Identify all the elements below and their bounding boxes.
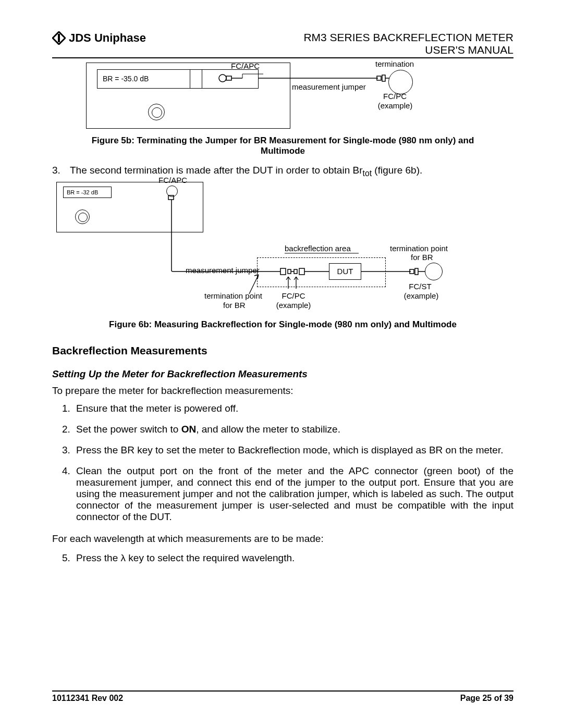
- step-3b: Press the BR key to set the meter to Bac…: [73, 445, 513, 456]
- label-example-l: (example): [270, 301, 317, 310]
- section-intro: To prepare the meter for backreflection …: [52, 384, 513, 398]
- svg-rect-5: [168, 195, 174, 200]
- termination-loop: [388, 70, 413, 94]
- step-4: Clean the output port on the front of th…: [73, 465, 513, 523]
- label-forbr-l: for BR: [223, 301, 246, 310]
- dut-box: DUT: [329, 263, 361, 280]
- label-mjumper: measurement jumper: [292, 82, 366, 91]
- doc-title-line2: USER'S MANUAL: [303, 44, 513, 56]
- svg-rect-0: [58, 34, 60, 42]
- label-fcapc: FC/APC: [231, 61, 260, 70]
- doc-title: RM3 SERIES BACKREFLECTION METER USER'S M…: [303, 31, 513, 56]
- footer-page: Page 25 of 39: [460, 694, 513, 703]
- label-mjumper: measurement jumper: [186, 266, 260, 275]
- label-forbr-r: for BR: [411, 253, 433, 262]
- label-fcst: FC/ST: [405, 282, 436, 291]
- termination-loop: [425, 263, 443, 280]
- logo-icon: [52, 31, 66, 45]
- label-fcpc: FC/PC: [275, 291, 312, 300]
- label-fcapc: FC/APC: [158, 176, 187, 184]
- steps-list-2: Press the λ key to select the required w…: [52, 552, 513, 564]
- step-1: Ensure that the meter is powered off.: [73, 403, 513, 414]
- svg-rect-2: [226, 76, 231, 80]
- footer-docid: 10112341 Rev 002: [52, 694, 123, 703]
- fig5-wires: [86, 63, 482, 130]
- page: JDS Uniphase RM3 SERIES BACKREFLECTION M…: [0, 0, 563, 728]
- step-5: Press the λ key to select the required w…: [73, 552, 513, 564]
- steps-list: Ensure that the meter is powered off. Se…: [52, 403, 513, 523]
- section-subheading: Setting Up the Meter for Backreflection …: [52, 368, 513, 380]
- figure-6b: BR = -32 dB: [56, 182, 458, 317]
- label-termpt-r: termination point: [390, 244, 448, 253]
- company-logo: JDS Uniphase: [52, 31, 146, 45]
- label-example-r: (example): [398, 291, 445, 300]
- svg-rect-11: [415, 268, 418, 275]
- mid-text: For each wavelength at which measurement…: [52, 532, 513, 546]
- label-example: (example): [372, 101, 419, 110]
- doc-title-line1: RM3 SERIES BACKREFLECTION METER: [303, 31, 513, 44]
- figure-5b-caption: Figure 5b: Terminating the Jumper for BR…: [80, 135, 486, 156]
- step-2: Set the power switch to ON, and allow th…: [73, 424, 513, 435]
- backreflection-area: [257, 257, 386, 287]
- label-termpt-l: termination point: [204, 291, 262, 300]
- step-3: 3. The second termination is made after …: [52, 164, 513, 179]
- label-termination: termination: [375, 59, 414, 68]
- section-heading: Backreflection Measurements: [52, 344, 513, 357]
- footer-rule: [52, 690, 513, 692]
- svg-rect-4: [382, 75, 385, 81]
- figure-6b-caption: Figure 6b: Measuring Backreflection for …: [80, 319, 486, 330]
- label-fcpc: FC/PC: [375, 92, 414, 101]
- step-3-num: 3.: [52, 164, 63, 179]
- svg-point-1: [219, 75, 226, 82]
- header-rule: [52, 57, 513, 58]
- label-backarea: backreflection area: [285, 244, 351, 253]
- step-3-text: The second termination is made after the…: [70, 164, 422, 179]
- page-header: JDS Uniphase RM3 SERIES BACKREFLECTION M…: [52, 31, 513, 56]
- figure-5b: BR = -35.0 dB FC/APC termination measure…: [86, 63, 482, 130]
- page-footer: 10112341 Rev 002 Page 25 of 39: [52, 690, 513, 703]
- company-name: JDS Uniphase: [69, 31, 146, 45]
